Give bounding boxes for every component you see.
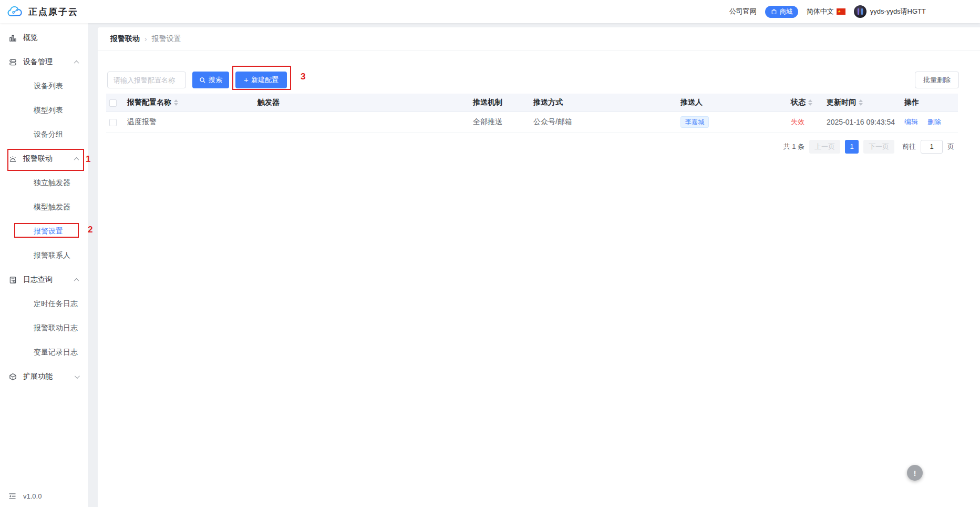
sidebar-item-alarm-contacts[interactable]: 报警联系人 <box>0 244 88 268</box>
sidebar-item-model-trigger[interactable]: 模型触发器 <box>0 195 88 219</box>
sort-caret-icon[interactable] <box>808 99 812 106</box>
batch-delete-button[interactable]: 批量删除 <box>915 72 959 88</box>
sidebar-item-device-management[interactable]: 设备管理 <box>0 50 88 74</box>
content-card: 报警联动 › 报警设置 搜索 + 新建配置 批量删除 <box>98 27 980 507</box>
breadcrumb-current: 报警设置 <box>152 34 181 44</box>
sidebar-item-alarm-settings[interactable]: 报警设置 <box>0 219 88 244</box>
breadcrumb-separator-icon: › <box>145 35 147 43</box>
column-header-config-name[interactable]: 报警配置名称 <box>124 94 254 111</box>
column-header-push-person: 推送人 <box>677 94 788 111</box>
column-header-push-mechanism: 推送机制 <box>470 94 530 111</box>
column-header-actions: 操作 <box>901 94 958 111</box>
mall-button[interactable]: 商城 <box>765 6 798 18</box>
sidebar-item-label: 日志查询 <box>23 275 53 285</box>
goto-page-input[interactable] <box>921 140 943 154</box>
feedback-info-button[interactable]: ! <box>907 465 923 481</box>
china-flag-icon: ★ <box>837 8 845 15</box>
sidebar-item-label: 设备管理 <box>23 57 53 67</box>
sort-caret-icon[interactable] <box>174 99 178 106</box>
pagination-total: 共 1 条 <box>783 142 804 151</box>
search-button[interactable]: 搜索 <box>192 72 229 88</box>
sidebar-item-label: 概览 <box>23 33 38 43</box>
sidebar-item-device-list[interactable]: 设备列表 <box>0 74 88 98</box>
search-input[interactable] <box>107 72 186 88</box>
breadcrumb-root[interactable]: 报警联动 <box>110 34 140 44</box>
chevron-up-icon <box>74 60 79 65</box>
column-header-updated-time[interactable]: 更新时间 <box>823 94 901 111</box>
app-title: 正点原子云 <box>28 6 78 18</box>
cube-icon <box>8 373 17 381</box>
bar-chart-icon <box>8 34 17 42</box>
sidebar-item-alarm-linkage[interactable]: 报警联动 <box>0 147 88 171</box>
alarm-siren-icon <box>8 155 17 163</box>
table-row: 温度报警 全部推送 公众号/邮箱 李嘉城 失效 2025-01-16 09:43… <box>106 111 958 133</box>
chevron-down-icon <box>75 373 80 379</box>
prev-page-button[interactable]: 上一页 <box>809 140 840 154</box>
language-switcher[interactable]: 简体中文 ★ <box>807 7 845 16</box>
next-page-button[interactable]: 下一页 <box>863 140 894 154</box>
avatar <box>854 5 866 18</box>
sidebar-item-variable-record-log[interactable]: 变量记录日志 <box>0 340 88 364</box>
breadcrumb: 报警联动 › 报警设置 <box>98 27 980 51</box>
server-stack-icon <box>8 58 17 66</box>
shopping-bag-icon <box>771 8 777 15</box>
column-header-trigger: 触发器 <box>254 94 470 111</box>
sidebar-item-alarm-linkage-log[interactable]: 报警联动日志 <box>0 316 88 340</box>
cell-push-method: 公众号/邮箱 <box>530 111 677 133</box>
sort-caret-icon[interactable] <box>859 99 863 106</box>
sidebar-item-independent-trigger[interactable]: 独立触发器 <box>0 171 88 195</box>
log-search-icon <box>8 276 17 284</box>
version-label: v1.0.0 <box>23 492 42 500</box>
goto-label: 前往 <box>902 142 916 151</box>
sidebar-item-log-query[interactable]: 日志查询 <box>0 268 88 292</box>
mall-label: 商城 <box>780 7 792 16</box>
sidebar-item-device-group[interactable]: 设备分组 <box>0 123 88 147</box>
sidebar-item-model-list[interactable]: 模型列表 <box>0 98 88 123</box>
goto-unit-label: 页 <box>947 142 954 151</box>
collapse-sidebar-icon[interactable] <box>8 493 16 500</box>
delete-link[interactable]: 删除 <box>927 118 941 126</box>
sidebar-item-overview[interactable]: 概览 <box>0 26 88 50</box>
page-number-1[interactable]: 1 <box>845 140 859 154</box>
cell-push-person: 李嘉城 <box>677 111 788 133</box>
cell-config-name: 温度报警 <box>124 111 254 133</box>
search-icon <box>199 77 206 84</box>
sidebar: 概览 设备管理 设备列表 模型列表 设备分组 报警联动 独立触发器 模型触发器 … <box>0 23 88 507</box>
cell-push-mechanism: 全部推送 <box>470 111 530 133</box>
svg-text:★: ★ <box>838 9 841 13</box>
sidebar-item-label: 扩展功能 <box>23 372 53 381</box>
official-site-link[interactable]: 公司官网 <box>729 7 757 16</box>
exclamation-icon: ! <box>914 469 916 478</box>
brand: 正点原子云 <box>0 6 78 18</box>
toolbar: 搜索 + 新建配置 批量删除 <box>98 72 980 88</box>
sidebar-item-scheduled-task-log[interactable]: 定时任务日志 <box>0 292 88 316</box>
cell-actions: 编辑 删除 <box>901 111 958 133</box>
chevron-up-icon <box>74 278 79 283</box>
cell-status: 失效 <box>788 111 823 133</box>
sidebar-item-extensions[interactable]: 扩展功能 <box>0 364 88 389</box>
table-header-row: 报警配置名称 触发器 推送机制 推送方式 推送人 状态 <box>106 94 958 111</box>
cell-trigger <box>254 111 470 133</box>
plus-icon: + <box>244 76 249 84</box>
alarm-config-table: 报警配置名称 触发器 推送机制 推送方式 推送人 状态 <box>106 94 958 133</box>
pagination: 共 1 条 上一页 1 下一页 前往 页 <box>98 140 954 154</box>
cell-updated-time: 2025-01-16 09:43:54 <box>823 111 901 133</box>
sidebar-item-label: 报警联动 <box>23 154 53 164</box>
top-header: 正点原子云 公司官网 商城 简体中文 ★ <box>0 0 980 23</box>
create-config-button[interactable]: + 新建配置 <box>235 72 287 88</box>
cloud-logo-icon <box>7 6 23 17</box>
select-all-checkbox[interactable] <box>109 99 117 107</box>
user-menu[interactable]: yyds-yyds请HGTT <box>854 5 926 18</box>
search-button-label: 搜索 <box>209 75 222 85</box>
chevron-up-icon <box>74 157 79 162</box>
language-label: 简体中文 <box>807 7 834 16</box>
edit-link[interactable]: 编辑 <box>904 118 918 126</box>
main-area: 报警联动 › 报警设置 搜索 + 新建配置 批量删除 <box>88 23 980 507</box>
row-checkbox[interactable] <box>109 119 117 126</box>
status-badge: 失效 <box>791 118 804 126</box>
push-person-tag: 李嘉城 <box>680 116 709 128</box>
create-config-label: 新建配置 <box>251 75 278 85</box>
column-header-status[interactable]: 状态 <box>788 94 823 111</box>
column-header-push-method: 推送方式 <box>530 94 677 111</box>
username: yyds-yyds请HGTT <box>870 7 926 16</box>
